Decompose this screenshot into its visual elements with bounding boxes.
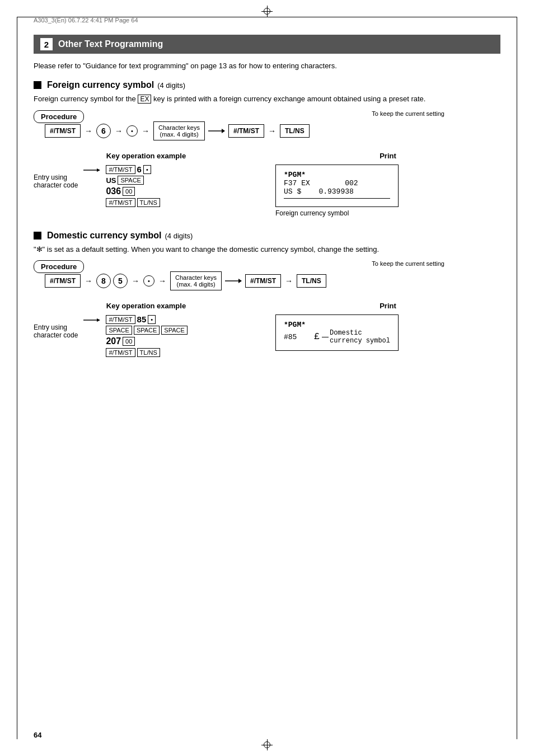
domestic-key-op-col: Key operation example Entry using charac… xyxy=(34,302,259,357)
domestic-flow-row: #/TM/ST → 8 5 → • → Character keys (max.… xyxy=(45,271,500,290)
domestic-print-title: Print xyxy=(275,302,500,310)
domestic-entry-arrow xyxy=(83,317,100,323)
svg-marker-1 xyxy=(222,129,225,133)
arrow-d1: → xyxy=(85,277,92,285)
foreign-flow-row: #/TM/ST → 6 → • → Character keys (max. 4… xyxy=(45,121,500,140)
foreign-key-row-1: #/TM/ST 6 • xyxy=(106,165,160,174)
black-square-icon-2 xyxy=(34,232,41,240)
key-tlns-1: TL/NS xyxy=(137,198,160,207)
ex-key: EX xyxy=(138,95,151,104)
svg-marker-5 xyxy=(238,279,242,283)
domestic-print-line-1: *PGM* xyxy=(284,321,390,329)
header-text: A303_3(En) 06.7.22 4:41 PM Page 64 xyxy=(34,17,138,24)
foreign-entry-label: Entry using character code xyxy=(34,173,78,189)
foreign-keep-current: To keep the current setting xyxy=(372,110,444,117)
domestic-currency-note: Domesticcurrency symbol xyxy=(322,329,390,345)
flow-step3: • xyxy=(127,125,138,137)
flow-d-char-keys: Character keys (max. 4 digits) xyxy=(170,271,222,290)
domestic-currency-digits: (4 digits) xyxy=(165,232,193,240)
foreign-print-note: Foreign currency symbol xyxy=(275,209,500,217)
arrow-with-branch xyxy=(208,124,225,138)
flow-tmst-d1: #/TM/ST xyxy=(45,274,81,288)
flow-char-keys: Character keys (max. 4 digits) xyxy=(153,121,205,140)
d-key-space-1: SPACE xyxy=(106,326,132,335)
foreign-print-line-3: US $ 0.939938 xyxy=(284,187,390,196)
flow-d-step2: 8 xyxy=(96,274,111,288)
domestic-key-row-3: 207 00 xyxy=(106,336,187,346)
foreign-print-col: Print *PGM* F37 EX 002 US $ 0.939938 For… xyxy=(275,152,500,217)
flow-d-step4: • xyxy=(143,275,154,287)
foreign-key-op-title: Key operation example xyxy=(34,152,259,160)
domestic-key-row-4: #/TM/ST TL/NS xyxy=(106,348,187,357)
arrow-4: → xyxy=(268,127,276,135)
flow-tlns-d1: TL/NS xyxy=(297,274,326,288)
domestic-key-sequence: #/TM/ST 85 • SPACE SPACE SPACE 207 00 xyxy=(106,314,187,357)
key-us: US xyxy=(106,176,116,185)
foreign-key-row-3: 036 00 xyxy=(106,186,160,196)
d-key-85: 85 xyxy=(137,314,147,324)
intro-text: Please refer to "Guidance for text progr… xyxy=(34,62,500,70)
arrow-1: → xyxy=(85,127,92,135)
bottom-crosshair xyxy=(261,739,273,750)
domestic-currency-title-text: Domestic currency symbol xyxy=(47,231,162,241)
foreign-currency-title-text: Foreign currency symbol xyxy=(47,80,154,90)
foreign-currency-title: Foreign currency symbol (4 digits) xyxy=(34,80,500,90)
domestic-key-op-title: Key operation example xyxy=(34,302,259,310)
domestic-procedure-label: Procedure xyxy=(34,260,84,273)
flow-tmst-1: #/TM/ST xyxy=(45,124,81,138)
top-crosshair xyxy=(261,6,273,17)
d-key-dot: • xyxy=(148,315,156,324)
section-number: 2 xyxy=(40,38,53,50)
key-tmst-2: #/TM/ST xyxy=(106,198,135,207)
foreign-key-row-4: #/TM/ST TL/NS xyxy=(106,198,160,207)
svg-marker-3 xyxy=(97,168,100,172)
domestic-key-op-content: Entry using character code #/TM/ST 85 • … xyxy=(34,314,259,357)
arrow-d-with-branch xyxy=(225,274,242,288)
flow-tmst-d2: #/TM/ST xyxy=(245,274,281,288)
key-tmst-1: #/TM/ST xyxy=(106,165,135,174)
domestic-currency-section: Domestic currency symbol (4 digits) "✻" … xyxy=(34,231,500,357)
foreign-print-title: Print xyxy=(275,152,500,160)
domestic-key-row-1: #/TM/ST 85 • xyxy=(106,314,187,324)
flow-tlns-1: TL/NS xyxy=(280,124,310,138)
section-title: Other Text Programming xyxy=(58,39,163,49)
foreign-example-section: Key operation example Entry using charac… xyxy=(34,152,500,217)
domestic-currency-title: Domestic currency symbol (4 digits) xyxy=(34,231,500,241)
foreign-currency-desc: Foreign currency symbol for the EX key i… xyxy=(34,95,500,104)
entry-arrow xyxy=(83,167,100,173)
domestic-entry-label: Entry using character code xyxy=(34,323,78,339)
black-square-icon xyxy=(34,81,41,89)
arrow-2: → xyxy=(115,127,123,135)
left-border xyxy=(17,17,17,739)
d-key-tmst-2: #/TM/ST xyxy=(106,348,135,357)
key-dot-1: • xyxy=(143,165,151,174)
top-border xyxy=(17,17,517,17)
domestic-print-line-2: #85 £ Domesticcurrency symbol xyxy=(284,329,390,345)
foreign-print-line-1: *PGM* xyxy=(284,171,390,179)
key-6: 6 xyxy=(137,165,142,174)
page: A303_3(En) 06.7.22 4:41 PM Page 64 2 Oth… xyxy=(0,0,534,756)
d-key-tlns: TL/NS xyxy=(137,348,160,357)
foreign-key-op-content: Entry using character code #/TM/ST 6 • U… xyxy=(34,165,259,207)
domestic-keep-current: To keep the current setting xyxy=(372,260,444,267)
arrow-3: → xyxy=(142,127,149,135)
right-border xyxy=(517,17,517,739)
arrow-d3: → xyxy=(158,277,166,285)
foreign-key-sequence: #/TM/ST 6 • US SPACE 036 00 xyxy=(106,165,160,207)
arrow-d4: → xyxy=(285,277,293,285)
domestic-key-row-2: SPACE SPACE SPACE xyxy=(106,326,187,335)
flow-d-step3: 5 xyxy=(113,274,128,288)
foreign-print-box: *PGM* F37 EX 002 US $ 0.939938 xyxy=(275,165,399,207)
domestic-print-box: *PGM* #85 £ Domesticcurrency symbol xyxy=(275,314,399,351)
d-key-00: 00 xyxy=(123,337,135,346)
foreign-procedure-wrapper: Procedure To keep the current setting #/… xyxy=(34,110,500,140)
page-header: A303_3(En) 06.7.22 4:41 PM Page 64 xyxy=(34,17,500,24)
page-number: 64 xyxy=(34,731,41,739)
domestic-print-col: Print *PGM* #85 £ Domesticcurrency symbo… xyxy=(275,302,500,357)
flow-tmst-2: #/TM/ST xyxy=(228,124,264,138)
domestic-example-section: Key operation example Entry using charac… xyxy=(34,302,500,357)
key-036: 036 xyxy=(106,186,121,196)
foreign-procedure-label: Procedure xyxy=(34,110,84,123)
domestic-currency-desc: "✻" is set as a default setting. When yo… xyxy=(34,245,500,253)
foreign-currency-section: Foreign currency symbol (4 digits) Forei… xyxy=(34,80,500,217)
